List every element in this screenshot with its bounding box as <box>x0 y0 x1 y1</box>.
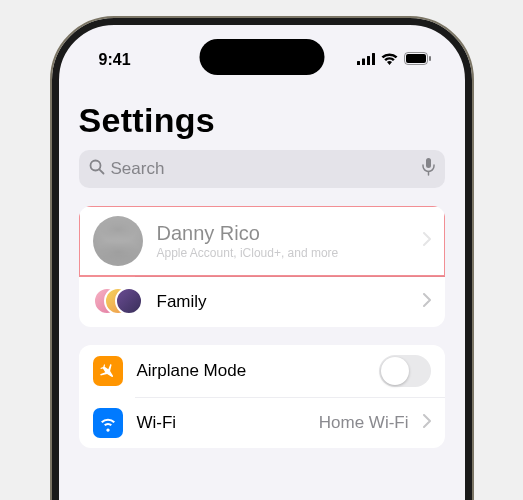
chevron-right-icon <box>423 293 431 311</box>
wifi-value: Home Wi-Fi <box>319 413 409 433</box>
search-input[interactable]: Search <box>79 150 445 188</box>
dynamic-island <box>199 39 324 75</box>
search-placeholder: Search <box>111 159 416 179</box>
account-subtitle: Apple Account, iCloud+, and more <box>157 246 409 260</box>
svg-rect-5 <box>429 56 431 61</box>
svg-rect-6 <box>406 54 426 63</box>
svg-rect-9 <box>426 158 431 168</box>
chevron-right-icon <box>423 414 431 432</box>
airplane-toggle[interactable] <box>379 355 431 387</box>
family-label: Family <box>157 292 409 312</box>
battery-icon <box>404 51 431 69</box>
wifi-status-icon <box>381 51 398 69</box>
wifi-icon <box>93 408 123 438</box>
account-group: Danny Rico Apple Account, iCloud+, and m… <box>79 206 445 327</box>
cellular-icon <box>357 51 375 69</box>
apple-account-row[interactable]: Danny Rico Apple Account, iCloud+, and m… <box>79 206 445 276</box>
account-name: Danny Rico <box>157 222 409 245</box>
wifi-row[interactable]: Wi-Fi Home Wi-Fi <box>79 398 445 448</box>
page-title: Settings <box>79 101 445 140</box>
airplane-icon <box>93 356 123 386</box>
svg-line-8 <box>99 169 103 173</box>
svg-rect-0 <box>357 61 360 65</box>
chevron-right-icon <box>423 232 431 250</box>
svg-rect-1 <box>362 59 365 66</box>
svg-rect-2 <box>367 56 370 65</box>
status-time: 9:41 <box>99 51 131 69</box>
family-avatars-icon <box>93 287 143 317</box>
iphone-frame: 9:41 Settings Search <box>52 18 472 500</box>
svg-rect-3 <box>372 53 375 65</box>
avatar <box>93 216 143 266</box>
family-row[interactable]: Family <box>79 277 445 327</box>
dictation-icon[interactable] <box>422 158 435 180</box>
airplane-mode-row[interactable]: Airplane Mode <box>79 345 445 397</box>
network-group: Airplane Mode Wi-Fi Home Wi-Fi <box>79 345 445 448</box>
airplane-label: Airplane Mode <box>137 361 365 381</box>
search-icon <box>89 159 105 179</box>
wifi-label: Wi-Fi <box>137 413 305 433</box>
